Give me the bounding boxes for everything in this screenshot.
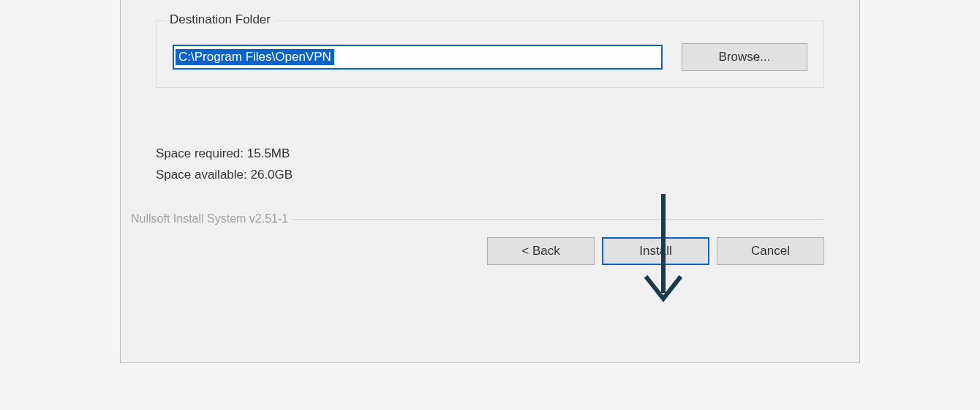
destination-section: Destination Folder C:\Program Files\Open…	[156, 20, 824, 88]
destination-path-value: C:\Program Files\OpenVPN	[176, 49, 334, 65]
destination-row: C:\Program Files\OpenVPN Browse...	[173, 43, 807, 71]
destination-path-input[interactable]: C:\Program Files\OpenVPN	[173, 45, 663, 70]
space-required-label: Space required:	[156, 146, 247, 160]
destination-fieldset: Destination Folder C:\Program Files\Open…	[156, 20, 824, 88]
install-button[interactable]: Install	[602, 237, 709, 265]
cancel-button[interactable]: Cancel	[717, 237, 824, 265]
space-required-row: Space required: 15.5MB	[156, 144, 293, 165]
installer-system-label: Nullsoft Install System v2.51-1	[131, 212, 288, 225]
destination-legend: Destination Folder	[165, 12, 275, 27]
space-available-value: 26.0GB	[250, 168, 293, 182]
space-required-value: 15.5MB	[247, 146, 290, 160]
back-button[interactable]: < Back	[487, 237, 595, 265]
button-row: < Back Install Cancel	[487, 237, 824, 265]
separator: Nullsoft Install System v2.51-1	[131, 212, 824, 225]
installer-dialog: Destination Folder C:\Program Files\Open…	[120, 0, 860, 363]
browse-button[interactable]: Browse...	[682, 43, 807, 71]
space-available-label: Space available:	[156, 168, 250, 182]
separator-line	[293, 219, 824, 220]
space-available-row: Space available: 26.0GB	[156, 165, 293, 186]
space-info: Space required: 15.5MB Space available: …	[156, 144, 293, 186]
